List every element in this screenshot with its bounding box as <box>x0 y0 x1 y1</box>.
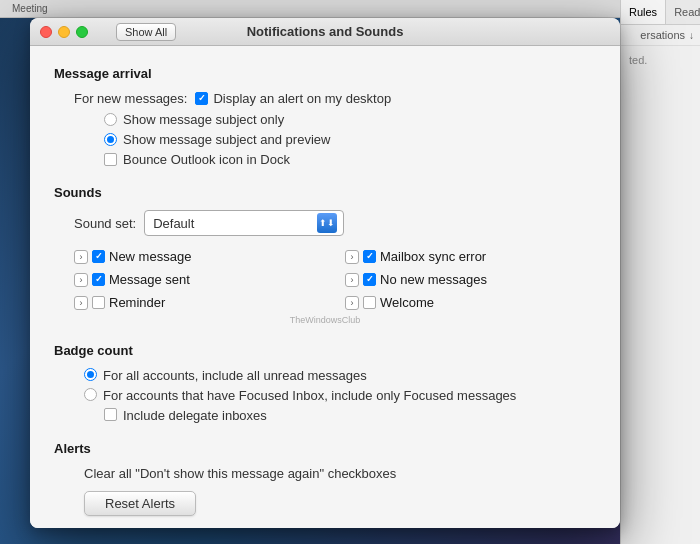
show-subject-preview-radio[interactable] <box>104 133 117 146</box>
bounce-outlook-checkbox[interactable] <box>104 153 117 166</box>
for-new-messages-label: For new messages: <box>74 91 187 106</box>
badge-option2-label: For accounts that have Focused Inbox, in… <box>103 388 516 403</box>
toolbar-item: Meeting <box>8 3 52 14</box>
badge-option1-label: For all accounts, include all unread mes… <box>103 368 367 383</box>
sounds-grid: › New message › Mailbox sync error › Mes… <box>54 246 596 313</box>
sound-item-message-sent: › Message sent <box>74 269 325 290</box>
bounce-outlook-label: Bounce Outlook icon in Dock <box>123 152 290 167</box>
expand-reminder[interactable]: › <box>74 296 88 310</box>
label-mailbox-sync: Mailbox sync error <box>380 249 486 264</box>
expand-message-sent[interactable]: › <box>74 273 88 287</box>
show-all-button[interactable]: Show All <box>116 23 176 41</box>
traffic-lights <box>40 26 88 38</box>
bounce-outlook-row: Bounce Outlook icon in Dock <box>54 152 596 167</box>
show-subject-only-label: Show message subject only <box>123 112 284 127</box>
badge-count-section: Badge count For all accounts, include al… <box>54 343 596 423</box>
right-panel-content: ted. <box>621 46 700 74</box>
minimize-button[interactable] <box>58 26 70 38</box>
sound-item-welcome: › Welcome <box>345 292 596 313</box>
sort-arrow[interactable]: ↓ <box>689 30 694 41</box>
cb-no-new-messages[interactable] <box>363 273 376 286</box>
expand-no-new-messages[interactable]: › <box>345 273 359 287</box>
top-toolbar: Meeting <box>0 0 620 18</box>
alerts-header: Alerts <box>54 441 596 456</box>
label-reminder: Reminder <box>109 295 165 310</box>
badge-option1-radio[interactable] <box>84 368 97 381</box>
alerts-description: Clear all "Don't show this message again… <box>54 466 596 481</box>
sound-item-no-new-messages: › No new messages <box>345 269 596 290</box>
dropdown-arrow: ⬆⬇ <box>317 213 337 233</box>
cb-mailbox-sync[interactable] <box>363 250 376 263</box>
notifications-window: Show All Notifications and Sounds Messag… <box>30 18 620 528</box>
cb-reminder[interactable] <box>92 296 105 309</box>
show-subject-preview-label: Show message subject and preview <box>123 132 330 147</box>
expand-new-message[interactable]: › <box>74 250 88 264</box>
window-title: Notifications and Sounds <box>247 24 404 39</box>
right-panel-tabs: Rules Read <box>621 0 700 25</box>
maximize-button[interactable] <box>76 26 88 38</box>
right-panel: Rules Read ersations ↓ ted. <box>620 0 700 544</box>
badge-option2-radio[interactable] <box>84 388 97 401</box>
badge-count-header: Badge count <box>54 343 596 358</box>
watermark: TheWindowsClub <box>54 315 596 325</box>
sound-item-mailbox-sync: › Mailbox sync error <box>345 246 596 267</box>
title-bar: Show All Notifications and Sounds <box>30 18 620 46</box>
conversations-label: ersations <box>640 29 685 41</box>
badge-option1-row: For all accounts, include all unread mes… <box>54 368 596 383</box>
tab-read[interactable]: Read <box>666 0 700 24</box>
cb-new-message[interactable] <box>92 250 105 263</box>
sound-item-new-message: › New message <box>74 246 325 267</box>
for-new-messages-row: For new messages: Display an alert on my… <box>54 91 596 106</box>
badge-option3-label: Include delegate inboxes <box>123 408 267 423</box>
reset-alerts-button[interactable]: Reset Alerts <box>84 491 196 516</box>
display-alert-checkbox[interactable] <box>195 92 208 105</box>
badge-option3-checkbox[interactable] <box>104 408 117 421</box>
sound-item-reminder: › Reminder <box>74 292 325 313</box>
badge-option3-row: Include delegate inboxes <box>54 408 596 423</box>
label-welcome: Welcome <box>380 295 434 310</box>
cb-welcome[interactable] <box>363 296 376 309</box>
tab-rules[interactable]: Rules <box>621 0 666 24</box>
show-subject-preview-row: Show message subject and preview <box>54 132 596 147</box>
sound-set-row: Sound set: Default ⬆⬇ <box>54 210 596 236</box>
message-arrival-section: Message arrival For new messages: Displa… <box>54 66 596 167</box>
cb-message-sent[interactable] <box>92 273 105 286</box>
alerts-section: Alerts Clear all "Don't show this messag… <box>54 441 596 516</box>
message-arrival-header: Message arrival <box>54 66 596 81</box>
show-subject-only-row: Show message subject only <box>54 112 596 127</box>
label-no-new-messages: No new messages <box>380 272 487 287</box>
badge-option2-row: For accounts that have Focused Inbox, in… <box>54 388 596 403</box>
sound-set-value: Default <box>153 216 313 231</box>
expand-mailbox-sync[interactable]: › <box>345 250 359 264</box>
dropdown-arrow-icon: ⬆⬇ <box>319 218 335 228</box>
sounds-header: Sounds <box>54 185 596 200</box>
show-subject-only-radio[interactable] <box>104 113 117 126</box>
close-button[interactable] <box>40 26 52 38</box>
display-alert-label[interactable]: Display an alert on my desktop <box>195 91 391 106</box>
sound-set-label: Sound set: <box>74 216 136 231</box>
content-area: Message arrival For new messages: Displa… <box>30 46 620 528</box>
sounds-section: Sounds Sound set: Default ⬆⬇ › New messa… <box>54 185 596 325</box>
conversations-toolbar: ersations ↓ <box>621 25 700 46</box>
label-new-message: New message <box>109 249 191 264</box>
expand-welcome[interactable]: › <box>345 296 359 310</box>
display-alert-text: Display an alert on my desktop <box>213 91 391 106</box>
sound-set-dropdown[interactable]: Default ⬆⬇ <box>144 210 344 236</box>
label-message-sent: Message sent <box>109 272 190 287</box>
